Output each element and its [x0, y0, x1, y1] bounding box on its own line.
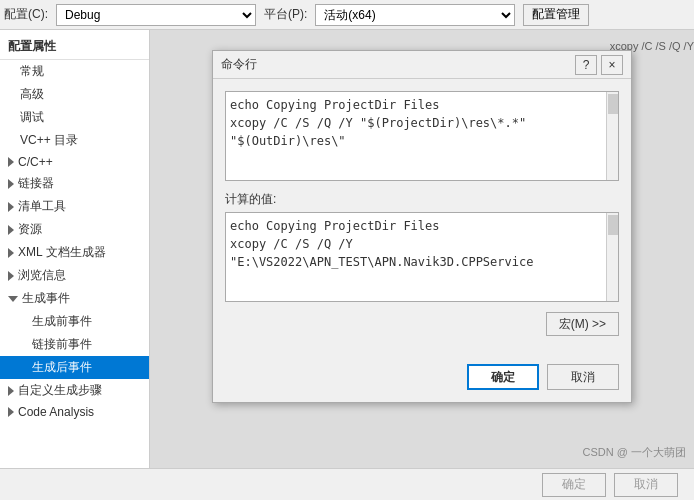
- dialog-body: 计算的值: 宏(M) >>: [213, 79, 631, 356]
- expand-icon-resources: [8, 225, 14, 235]
- sidebar-item-custom-build[interactable]: 自定义生成步骤: [0, 379, 149, 402]
- config-label: 配置(C):: [4, 6, 48, 23]
- input-textarea-wrapper: [225, 91, 619, 181]
- sidebar-header: 配置属性: [0, 34, 149, 60]
- expand-icon-linker: [8, 179, 14, 189]
- sidebar-item-linker[interactable]: 链接器: [0, 172, 149, 195]
- command-input[interactable]: [226, 92, 618, 180]
- expand-icon-cpp: [8, 157, 14, 167]
- computed-scrollbar-thumb: [608, 215, 618, 235]
- sidebar-item-advanced[interactable]: 高级: [0, 83, 149, 106]
- sidebar-item-debug[interactable]: 调试: [0, 106, 149, 129]
- modal-overlay: 命令行 ? × 计算的值:: [150, 30, 694, 500]
- config-select[interactable]: Debug: [56, 4, 256, 26]
- expand-icon-code-analysis: [8, 407, 14, 417]
- sidebar-item-vc-dirs[interactable]: VC++ 目录: [0, 129, 149, 152]
- bottom-bar: 确定 取消: [0, 468, 694, 500]
- expand-icon-custom-build: [8, 386, 14, 396]
- close-button[interactable]: ×: [601, 55, 623, 75]
- top-toolbar: 配置(C): Debug 平台(P): 活动(x64) 配置管理: [0, 0, 694, 30]
- help-button[interactable]: ?: [575, 55, 597, 75]
- main-area: 配置属性 常规 高级 调试 VC++ 目录 C/C++ 链接器 清单工具 资源 …: [0, 30, 694, 500]
- computed-scrollbar[interactable]: [606, 213, 618, 301]
- macro-row: 宏(M) >>: [225, 312, 619, 336]
- expand-icon-build-events: [8, 296, 18, 302]
- sidebar-item-browse[interactable]: 浏览信息: [0, 264, 149, 287]
- sidebar-item-cpp[interactable]: C/C++: [0, 152, 149, 172]
- input-scrollbar[interactable]: [606, 92, 618, 180]
- sidebar-item-general[interactable]: 常规: [0, 60, 149, 83]
- cancel-button[interactable]: 取消: [547, 364, 619, 390]
- sidebar-item-pre-link[interactable]: 链接前事件: [0, 333, 149, 356]
- dialog-title: 命令行: [221, 56, 575, 73]
- sidebar-item-resources[interactable]: 资源: [0, 218, 149, 241]
- ok-button[interactable]: 确定: [467, 364, 539, 390]
- input-scrollbar-thumb: [608, 94, 618, 114]
- sidebar-item-post-build[interactable]: 生成后事件: [0, 356, 149, 379]
- titlebar-buttons: ? ×: [575, 55, 623, 75]
- sidebar-item-xml-gen[interactable]: XML 文档生成器: [0, 241, 149, 264]
- platform-select[interactable]: 活动(x64): [315, 4, 515, 26]
- computed-label: 计算的值:: [225, 191, 619, 208]
- sidebar-item-manifest[interactable]: 清单工具: [0, 195, 149, 218]
- macro-button[interactable]: 宏(M) >>: [546, 312, 619, 336]
- computed-output: [226, 213, 618, 301]
- sidebar-item-build-events[interactable]: 生成事件: [0, 287, 149, 310]
- watermark: CSDN @ 一个大萌团: [583, 445, 686, 460]
- content-area: xcopy /C /S /Q /Y 命令行 ? ×: [150, 30, 694, 500]
- expand-icon-manifest: [8, 202, 14, 212]
- bottom-cancel-button[interactable]: 取消: [614, 473, 678, 497]
- config-manager-button[interactable]: 配置管理: [523, 4, 589, 26]
- expand-icon-browse: [8, 271, 14, 281]
- platform-label: 平台(P):: [264, 6, 307, 23]
- dialog-footer: 确定 取消: [213, 356, 631, 402]
- dialog-titlebar: 命令行 ? ×: [213, 51, 631, 79]
- sidebar: 配置属性 常规 高级 调试 VC++ 目录 C/C++ 链接器 清单工具 资源 …: [0, 30, 150, 500]
- bottom-ok-button[interactable]: 确定: [542, 473, 606, 497]
- expand-icon-xml: [8, 248, 14, 258]
- sidebar-item-code-analysis[interactable]: Code Analysis: [0, 402, 149, 422]
- sidebar-item-pre-build[interactable]: 生成前事件: [0, 310, 149, 333]
- computed-textarea-wrapper: [225, 212, 619, 302]
- command-line-dialog: 命令行 ? × 计算的值:: [212, 50, 632, 403]
